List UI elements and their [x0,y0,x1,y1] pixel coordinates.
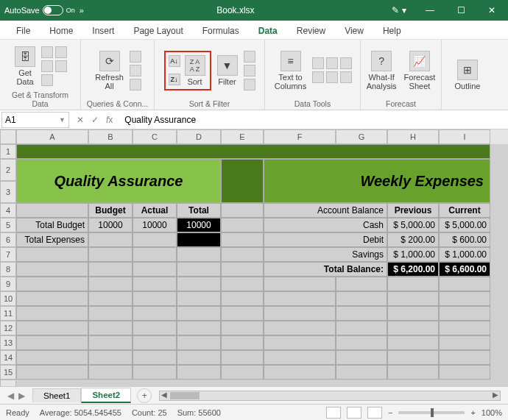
chevron-down-icon[interactable]: ▼ [59,116,66,124]
name-box[interactable]: A1 ▼ [1,112,69,128]
cell-E13[interactable] [221,335,264,350]
cell-A7[interactable] [16,247,88,262]
menu-help[interactable]: Help [374,23,410,39]
cell-D14[interactable] [177,350,221,365]
cell-C7[interactable] [133,247,177,262]
relationships-icon[interactable] [326,71,338,83]
col-header-A[interactable]: A [16,129,88,144]
row-header-6[interactable]: 6 [0,232,16,247]
sort-button[interactable]: Z AA Z Sort [183,54,207,88]
cell-H15[interactable] [387,365,439,380]
sheet-tab-2[interactable]: Sheet2 [81,388,131,403]
queries-icon[interactable] [130,51,141,63]
row-header-1[interactable]: 1 [0,144,16,159]
cell-E8[interactable] [221,262,264,277]
col-header-E[interactable]: E [221,129,264,144]
clear-filter-icon[interactable] [244,51,255,63]
cell-B10[interactable] [88,291,133,306]
reapply-icon[interactable] [244,65,255,76]
cell-F11[interactable] [264,306,336,321]
view-normal-button[interactable] [326,407,341,419]
cell-G11[interactable] [336,306,387,321]
cell-G10[interactable] [336,291,387,306]
cell-B11[interactable] [88,306,133,321]
forecast-sheet-button[interactable]: 📈 Forecast Sheet [403,49,437,92]
cell-I9[interactable] [439,277,490,291]
row-header-8[interactable]: 8 [0,262,16,277]
recent-sources-icon[interactable] [55,60,67,72]
filter-button[interactable]: ▼ Filter [216,54,239,88]
cell-E15[interactable] [221,365,264,380]
cell-G14[interactable] [336,350,387,365]
cell-I11[interactable] [439,306,490,321]
row-header-11[interactable]: 11 [0,306,16,321]
pen-icon[interactable]: ✎ ▾ [387,2,411,18]
whatif-button[interactable]: ? What-If Analysis [365,49,398,92]
get-data-button[interactable]: 🗄 Get Data [13,45,37,88]
advanced-filter-icon[interactable] [244,79,255,90]
outline-button[interactable]: ⊞ Outline [454,58,482,92]
data-validation-icon[interactable] [340,57,352,69]
menu-view[interactable]: View [336,23,373,39]
cell-H14[interactable] [387,350,439,365]
cell-E14[interactable] [221,350,264,365]
properties-icon[interactable] [130,65,141,76]
cell-C13[interactable] [133,335,177,350]
cell-D10[interactable] [177,291,221,306]
from-table-icon[interactable] [41,60,53,72]
text-to-columns-button[interactable]: ≡ Text to Columns [273,49,308,92]
cell-E4[interactable] [221,203,264,218]
row-header-14[interactable]: 14 [0,350,16,365]
cell-F15[interactable] [264,365,336,380]
view-page-break-button[interactable] [367,407,382,419]
cell-E10[interactable] [221,291,264,306]
menu-page-layout[interactable]: Page Layout [124,23,191,39]
row-header-15[interactable]: 15 [0,365,16,380]
col-header-I[interactable]: I [439,129,490,144]
cell-D9[interactable] [177,277,221,291]
cell-I15[interactable] [439,365,490,380]
cell-D7[interactable] [177,247,221,262]
menu-formulas[interactable]: Formulas [194,23,248,39]
cell-G13[interactable] [336,335,387,350]
cell-B9[interactable] [88,277,133,291]
cell-C11[interactable] [133,306,177,321]
menu-data[interactable]: Data [250,23,286,39]
cell-C10[interactable] [133,291,177,306]
minimize-button[interactable]: — [418,2,442,18]
cell-E5[interactable] [221,218,264,232]
cell-A15[interactable] [16,365,88,380]
cell-I12[interactable] [439,321,490,335]
cell-D12[interactable] [177,321,221,335]
cell-E9[interactable] [221,277,264,291]
flash-fill-icon[interactable] [312,57,324,69]
cell-A8[interactable] [16,262,88,277]
row-header-9[interactable]: 9 [0,277,16,291]
cell-E12[interactable] [221,321,264,335]
from-text-icon[interactable] [41,46,53,58]
cell-H13[interactable] [387,335,439,350]
cell-B14[interactable] [88,350,133,365]
cell-B15[interactable] [88,365,133,380]
cell-A4[interactable] [16,203,88,218]
col-header-D[interactable]: D [177,129,221,144]
col-header-G[interactable]: G [336,129,387,144]
cell-A14[interactable] [16,350,88,365]
row-header-3[interactable]: 3 [0,181,16,203]
cell-B6[interactable] [88,232,133,247]
select-all-corner[interactable] [0,129,16,144]
cell-C12[interactable] [133,321,177,335]
close-button[interactable]: ✕ [480,2,504,18]
col-header-F[interactable]: F [264,129,336,144]
refresh-all-button[interactable]: ⟳ Refresh All [94,49,125,92]
cell-D8[interactable] [177,262,221,277]
cell-D11[interactable] [177,306,221,321]
view-page-layout-button[interactable] [347,407,361,419]
sheet-tab-1[interactable]: Sheet1 [32,388,81,402]
cell-E6[interactable] [221,232,264,247]
row-header-2[interactable]: 2 [0,159,16,181]
menu-home[interactable]: Home [40,23,82,39]
cell-I10[interactable] [439,291,490,306]
col-header-C[interactable]: C [133,129,177,144]
cell-G15[interactable] [336,365,387,380]
